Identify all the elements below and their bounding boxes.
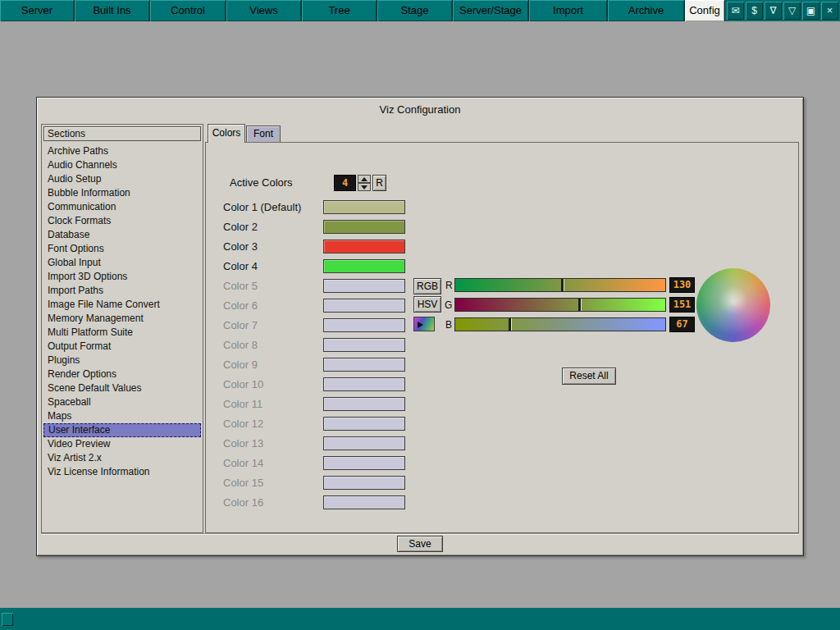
spin-down-button[interactable] [358,183,371,191]
triangle-down-icon [361,185,368,189]
color-label: Color 5 [223,280,258,292]
blue-slider[interactable] [454,317,666,331]
dollar-icon[interactable]: $ [746,2,763,20]
color-label: Color 3 [223,240,258,253]
color-label: Color 15 [223,477,263,489]
color-label: Color 10 [223,378,263,390]
save-button[interactable]: Save [397,536,443,552]
color-wheel[interactable] [696,268,770,342]
color-label: Color 6 [223,299,258,312]
green-value-field[interactable]: 151 [669,297,695,313]
section-item[interactable]: Database [43,228,201,242]
color-swatch[interactable] [323,358,405,372]
section-item[interactable]: Image File Name Convert [43,298,201,312]
color-swatch[interactable] [323,338,405,352]
section-item[interactable]: Output Format [43,340,201,354]
color-swatch[interactable] [323,299,405,313]
active-colors-value[interactable]: 4 [334,175,356,191]
section-item[interactable]: Audio Channels [43,158,201,172]
mail-icon[interactable]: ✉ [727,2,744,20]
tab-font[interactable]: Font [246,126,281,143]
color-swatch[interactable] [323,279,405,293]
active-colors-label: Active Colors [230,176,293,189]
menu-server[interactable]: Server [0,0,75,21]
section-item[interactable]: Communication [43,200,201,214]
active-colors-reset-button[interactable]: R [372,175,386,191]
section-item[interactable]: Bubble Information [43,186,201,200]
hsv-mode-button[interactable]: HSV [413,296,441,313]
triangle-up-icon [361,177,368,181]
tab-colors[interactable]: Colors [208,124,245,143]
color-label: Color 9 [223,358,258,371]
red-slider-handle[interactable] [561,279,564,291]
color-picker-icon[interactable] [413,317,435,331]
section-item[interactable]: Render Options [43,368,201,381]
color-swatch[interactable] [323,220,405,234]
main-menubar: Server Built Ins Control Views Tree Stag… [0,0,840,21]
menu-control[interactable]: Control [150,0,226,21]
red-value-field[interactable]: 130 [669,277,695,293]
menu-tree[interactable]: Tree [302,0,377,21]
blue-slider-handle[interactable] [509,318,512,331]
bottom-left-button[interactable] [2,613,13,626]
sections-panel: Sections Archive Paths Audio Channels Au… [41,124,203,533]
section-item[interactable]: Font Options [43,242,201,256]
color-swatch[interactable] [323,436,405,450]
section-item[interactable]: Scene Default Values [43,381,201,395]
menu-config[interactable]: Config [685,0,725,21]
color-swatch[interactable] [323,200,405,214]
section-item[interactable]: Clock Formats [43,214,201,228]
color-label: Color 4 [223,260,258,272]
color-swatch[interactable] [323,417,405,431]
spin-up-button[interactable] [358,175,371,183]
color-label: Color 13 [223,437,263,450]
red-slider[interactable] [454,278,666,292]
section-item[interactable]: Import Paths [43,284,201,298]
viz-configuration-dialog: Viz Configuration Sections Archive Paths… [36,97,804,556]
section-item-selected[interactable]: User Interface [43,423,201,437]
color-label: Color 8 [223,339,258,351]
section-item[interactable]: Spaceball [43,395,201,409]
color-label: Color 14 [223,457,263,469]
section-item[interactable]: Viz Artist 2.x [43,451,201,465]
menu-server-stage[interactable]: Server/Stage [453,0,529,21]
rgb-mode-button[interactable]: RGB [413,278,441,294]
close-icon[interactable]: × [821,2,838,20]
section-item[interactable]: Import 3D Options [43,270,201,284]
section-item[interactable]: Archive Paths [43,144,201,158]
nabla-bar-icon[interactable]: ∇ [765,2,782,20]
section-item[interactable]: Video Preview [43,437,201,451]
color-swatch[interactable] [323,495,405,509]
menu-views[interactable]: Views [226,0,302,21]
section-item[interactable]: Audio Setup [43,172,201,186]
colors-tab-panel: Active Colors 4 R Color 1 (Default) Colo… [205,142,799,533]
blue-value-field[interactable]: 67 [669,317,695,332]
color-swatch[interactable] [323,377,405,391]
section-item[interactable]: Viz License Information [43,465,201,479]
sections-header: Sections [43,126,201,141]
color-label: Color 16 [223,496,263,509]
triangle-down-icon[interactable]: ▽ [783,2,801,20]
window-icon[interactable]: ▣ [802,2,819,20]
color-swatch[interactable] [323,456,405,470]
color-swatch[interactable] [323,397,405,411]
blue-slider-label: B [445,319,452,331]
menu-archive[interactable]: Archive [608,0,685,21]
color-swatch[interactable] [323,259,405,273]
section-item[interactable]: Maps [43,409,201,423]
section-item[interactable]: Memory Management [43,312,201,326]
section-item[interactable]: Global Input [43,256,201,270]
reset-all-button[interactable]: Reset All [562,368,616,385]
menu-built-ins[interactable]: Built Ins [75,0,150,21]
color-swatch[interactable] [323,318,405,332]
section-item[interactable]: Plugins [43,354,201,368]
color-swatch[interactable] [323,476,405,490]
menu-stage[interactable]: Stage [377,0,453,21]
color-label: Color 1 (Default) [223,201,301,213]
green-slider[interactable] [454,298,666,312]
menu-import[interactable]: Import [529,0,608,21]
green-slider-handle[interactable] [578,299,582,311]
color-label: Color 11 [223,398,262,410]
section-item[interactable]: Multi Platform Suite [43,326,201,340]
color-swatch[interactable] [323,240,405,253]
